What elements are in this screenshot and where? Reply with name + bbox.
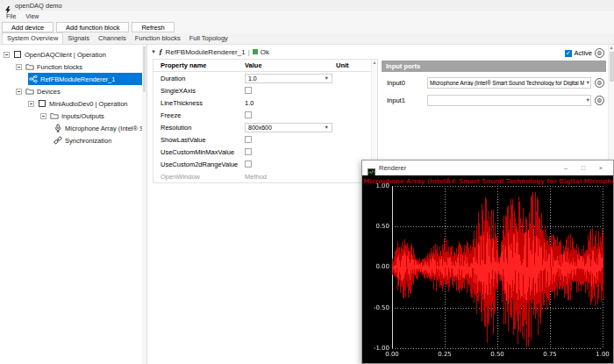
tree-scrollbar[interactable]: [142, 45, 146, 364]
tree-item-body: Inputs/Outputs: [49, 110, 146, 122]
tree-item-label: Devices: [37, 88, 61, 96]
tree-item-label: Microphone Array (Intel® Smart Sound Tec…: [65, 125, 146, 132]
method-value[interactable]: Method: [245, 173, 267, 181]
menu-item-view[interactable]: View: [25, 13, 39, 19]
tree-item-label: RefFBModuleRenderer_1: [40, 75, 115, 83]
column-header-value: Value: [245, 61, 336, 69]
add-device-button[interactable]: Add device: [2, 22, 54, 32]
property-row-singlexaxis: SingleXAxis: [154, 84, 371, 96]
tree-panel: OpenDAQClient | OperationFunction blocks…: [0, 45, 147, 364]
expander-icon[interactable]: [40, 113, 46, 119]
menu-item-file[interactable]: File: [6, 13, 16, 19]
status-ok-icon: [253, 49, 258, 54]
check-icon: ✓: [566, 50, 571, 56]
property-value-text: 1.0: [245, 99, 253, 107]
active-checkbox[interactable]: ✓: [565, 50, 572, 57]
property-checkbox[interactable]: [245, 148, 252, 155]
tree-item-label: Function blocks: [37, 63, 82, 71]
tree-item-label: OpenDAQClient | Operation: [25, 51, 106, 59]
tree-item-body: OpenDAQClient | Operation: [12, 48, 146, 61]
input-signal-dropdown[interactable]: Microphone Array (Intel® Smart Sound Tec…: [427, 77, 591, 89]
property-value-dropdown[interactable]: 1.0▼: [245, 74, 332, 83]
minimize-button[interactable]: –: [559, 164, 573, 172]
property-name: UseCustom2dRangeValue: [154, 161, 245, 168]
chevron-down-icon: ▼: [586, 80, 590, 85]
tree-item-devices[interactable]: Devices: [0, 85, 146, 97]
property-checkbox[interactable]: [245, 136, 252, 143]
tree-item-label: Inputs/Outputs: [61, 112, 104, 120]
gear-icon[interactable]: ⚙: [595, 96, 604, 105]
expander-icon[interactable]: [28, 101, 34, 107]
fb-status-text: Ok: [261, 48, 269, 56]
tree-item-body: Synchronization: [53, 134, 146, 146]
scrollbar-up-icon[interactable]: ▲: [610, 45, 614, 51]
property-checkbox[interactable]: [245, 87, 252, 94]
folder-icon: [25, 87, 34, 96]
property-table-body: Property nameValueUnitDuration1.0▼Single…: [154, 60, 371, 182]
scroll-up-icon[interactable]: ▲: [372, 60, 377, 66]
device-icon: [38, 99, 46, 108]
add-function-block-button[interactable]: Add function block: [56, 22, 129, 32]
tree-item-miniaudiodev0-operation[interactable]: MiniAudioDev0 | Operation: [0, 97, 146, 110]
input-signal-dropdown[interactable]: ▼: [427, 95, 591, 106]
link-icon: [54, 136, 62, 145]
property-value-cell: 800x600▼: [245, 123, 336, 132]
property-value-cell: [245, 111, 336, 118]
tree: OpenDAQClient | OperationFunction blocks…: [0, 48, 146, 146]
expander-icon[interactable]: [4, 52, 10, 58]
property-name: LineThickness: [154, 99, 245, 107]
dropdown-value: 800x600: [248, 125, 272, 131]
property-row-freeze: Freeze: [154, 109, 371, 121]
panel-gear-icon[interactable]: ⚙: [595, 48, 604, 58]
property-checkbox[interactable]: [245, 111, 252, 118]
property-name: SingleXAxis: [154, 87, 245, 95]
property-row-duration: Duration1.0▼: [154, 72, 371, 84]
input-port-label: Input0: [387, 79, 424, 87]
tab-full-topology[interactable]: Full Topology: [185, 33, 232, 44]
renderer-titlebar[interactable]: Renderer – □ ×: [362, 161, 613, 175]
close-button[interactable]: ×: [594, 164, 608, 172]
tab-signals[interactable]: Signals: [63, 33, 94, 44]
tree-item-body: RefFBModuleRenderer_1: [28, 73, 146, 85]
function-block-icon: [29, 75, 38, 83]
tree-item-microphone-array-intel-smart-sound-techno[interactable]: Microphone Array (Intel® Smart Sound Tec…: [0, 122, 146, 134]
property-row-openwindow: OpenWindowMethod: [154, 170, 371, 182]
property-name: Freeze: [154, 111, 245, 119]
menu-bar: FileView: [0, 11, 614, 20]
toolbar: Add deviceAdd function blockRefresh: [0, 20, 614, 33]
tree-item-synchronization[interactable]: Synchronization: [0, 134, 146, 146]
property-value-dropdown[interactable]: 800x600▼: [245, 123, 332, 132]
property-row-usecustom2drangevalue: UseCustom2dRangeValue: [154, 158, 371, 170]
gear-icon[interactable]: ⚙: [595, 78, 604, 88]
folder-icon: [50, 111, 59, 120]
expander-icon[interactable]: [16, 89, 22, 95]
tree-item-inputs-outputs[interactable]: Inputs/Outputs: [0, 110, 146, 122]
expander-icon[interactable]: [16, 64, 22, 70]
property-value-cell: 1.0: [245, 99, 336, 107]
tree-item-body: Microphone Array (Intel® Smart Sound Tec…: [53, 122, 146, 134]
input-port-label: Input1: [387, 96, 424, 104]
tree-scrollbar-thumb[interactable]: [143, 46, 146, 92]
tree-item-body: Devices: [25, 85, 146, 97]
input-port-row-input1: Input1▼⚙: [380, 91, 608, 109]
tab-system-overview[interactable]: System Overview: [2, 32, 63, 44]
tree-item-function-blocks[interactable]: Function blocks: [0, 61, 146, 73]
tab-bar: System OverviewSignalsChannelsFunction b…: [0, 33, 614, 45]
refresh-button[interactable]: Refresh: [132, 22, 174, 32]
tree-item-reffbmodulerenderer-1[interactable]: RefFBModuleRenderer_1: [0, 73, 146, 85]
desktop: { "window": { "title": "openDAQ demo", "…: [0, 0, 614, 364]
fb-name: RefFBModuleRenderer_1: [165, 48, 245, 56]
property-value-cell: [245, 136, 336, 143]
property-value-cell: Method: [245, 173, 336, 181]
tab-function-blocks[interactable]: Function blocks: [131, 33, 185, 44]
chevron-down-icon: ▼: [325, 75, 329, 81]
column-header-property-name: Property name: [154, 61, 245, 69]
renderer-chart-canvas: [362, 175, 613, 363]
scrollbar-thumb[interactable]: [610, 52, 614, 82]
input-port-row-input0: Input0Microphone Array (Intel® Smart Sou…: [380, 74, 608, 91]
collapse-chevron-icon[interactable]: ▼: [151, 49, 156, 54]
tab-channels[interactable]: Channels: [94, 33, 131, 44]
maximize-button[interactable]: □: [576, 164, 590, 172]
tree-item-opendaqclient-operation[interactable]: OpenDAQClient | Operation: [0, 48, 146, 61]
property-checkbox[interactable]: [245, 161, 252, 168]
